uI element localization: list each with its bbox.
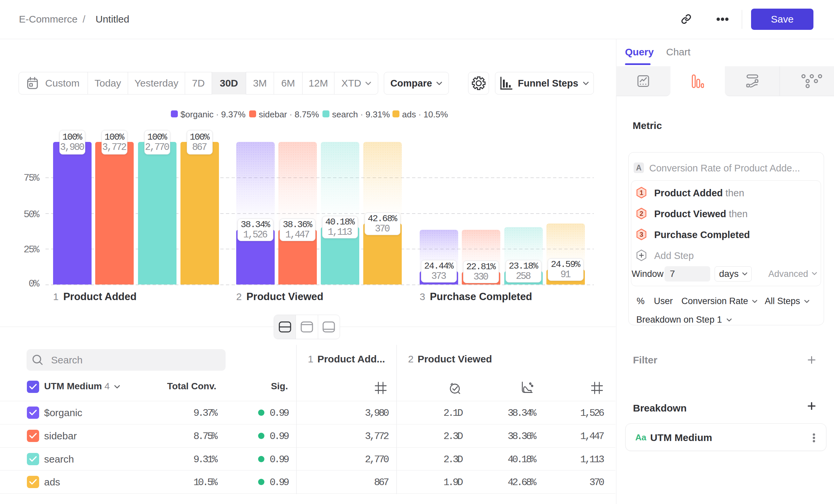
svg-text:3: 3 <box>640 231 643 238</box>
svg-text:2: 2 <box>640 210 643 217</box>
svg-text:1: 1 <box>640 189 643 196</box>
